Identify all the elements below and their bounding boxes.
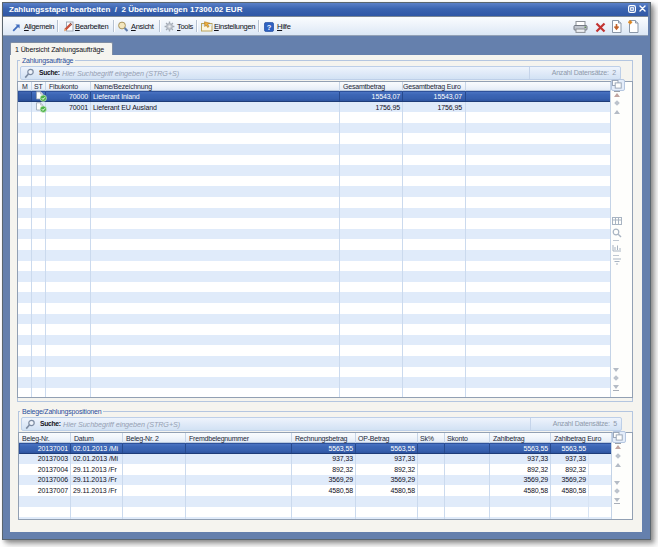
svg-text:?: ? <box>267 23 272 32</box>
